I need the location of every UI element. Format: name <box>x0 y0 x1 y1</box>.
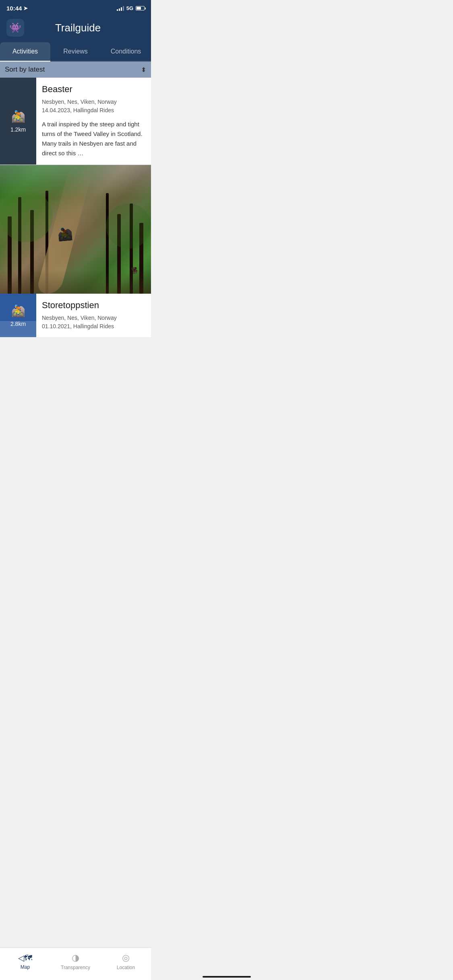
sort-label: Sort by latest <box>5 66 45 74</box>
signal-bar-3 <box>121 7 122 11</box>
activity-card-storetoppstien[interactable]: 🚵 2.8km Storetoppstien Nesbyen, Nes, Vik… <box>0 294 151 337</box>
activity-description-beaster: A trail inspired by the steep and tight … <box>42 119 145 158</box>
activity-content-beaster: Beaster Nesbyen, Nes, Viken, Norway 14.0… <box>36 78 151 165</box>
bike-icon-storetoppstien: 🚵 <box>11 304 25 317</box>
activity-title-storetoppstien: Storetoppstien <box>42 300 145 311</box>
moss-patch-1 <box>0 191 53 242</box>
location-arrow-icon: ➤ <box>23 5 28 11</box>
activity-sidebar-storetoppstien: 🚵 2.8km <box>0 294 36 337</box>
forest-floor <box>0 270 151 294</box>
activity-distance-beaster: 1.2km <box>10 126 26 133</box>
sort-dropdown[interactable]: Sort by latest ⬍ <box>0 62 151 78</box>
battery-icon <box>136 6 145 10</box>
activity-title-beaster: Beaster <box>42 84 145 95</box>
app-title: Trailguide <box>29 22 145 34</box>
status-right: 5G <box>117 5 145 11</box>
signal-bar-1 <box>117 9 118 11</box>
activity-location-storetoppstien: Nesbyen, Nes, Viken, Norway 01.10.2021, … <box>42 314 145 331</box>
app-logo: 👾 <box>6 19 24 37</box>
activity-card-beaster[interactable]: 🚵 1.2km Beaster Nesbyen, Nes, Viken, Nor… <box>0 78 151 165</box>
moss-patch-2 <box>106 204 151 249</box>
tab-activities[interactable]: Activities <box>0 42 50 61</box>
tab-conditions[interactable]: Conditions <box>101 42 151 61</box>
logo-icon: 👾 <box>9 22 21 33</box>
app-header: 👾 Trailguide <box>0 15 151 42</box>
status-bar: 10:44 ➤ 5G <box>0 0 151 15</box>
activity-location-beaster: Nesbyen, Nes, Viken, Norway 14.04.2023, … <box>42 98 145 115</box>
tabs-container: Activities Reviews Conditions <box>0 42 151 62</box>
signal-bar-2 <box>119 8 120 11</box>
sort-chevron-icon: ⬍ <box>141 66 146 74</box>
activity-sidebar-beaster: 🚵 1.2km <box>0 78 36 165</box>
time-display: 10:44 <box>6 5 22 12</box>
activity-distance-storetoppstien: 2.8km <box>10 321 26 327</box>
activity-content-storetoppstien: Storetoppstien Nesbyen, Nes, Viken, Norw… <box>36 294 151 337</box>
sky-gradient <box>0 165 151 197</box>
tab-reviews[interactable]: Reviews <box>50 42 101 61</box>
trail-image-beaster: 🚵 🐕 <box>0 165 151 294</box>
signal-bar-4 <box>123 6 124 11</box>
signal-bars <box>117 6 124 11</box>
network-type: 5G <box>126 5 133 11</box>
bike-icon-beaster: 🚵 <box>11 110 25 123</box>
status-left: 10:44 ➤ <box>6 5 28 12</box>
battery-fill <box>137 7 141 10</box>
biker-silhouette: 🚵 <box>57 226 73 241</box>
dog-silhouette: 🐕 <box>131 267 139 274</box>
